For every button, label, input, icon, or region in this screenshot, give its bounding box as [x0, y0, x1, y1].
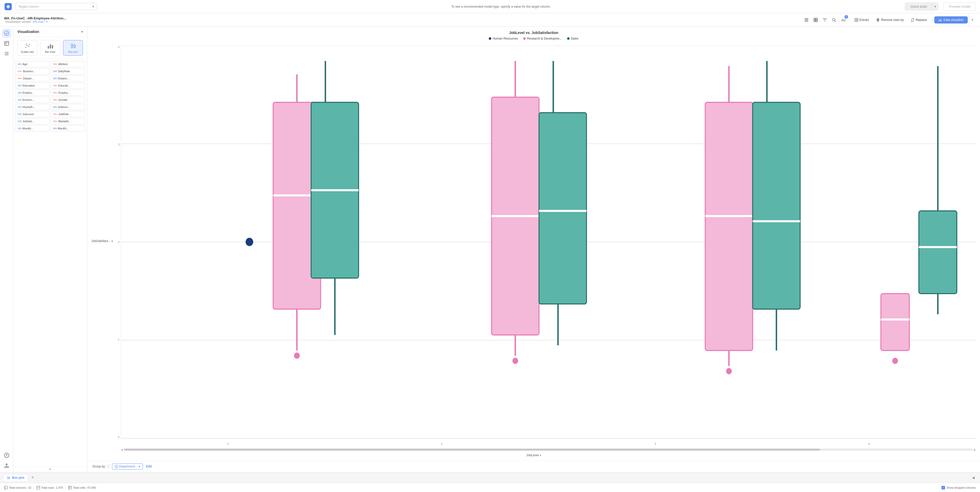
legend-sales: Sales — [567, 37, 579, 40]
col-joblevel[interactable]: 123JobLevel — [15, 111, 50, 117]
total-rows: Total rows: 1,470 — [37, 486, 63, 489]
col-gender[interactable]: AbcGender — [51, 97, 85, 103]
replace-label: Replace — [916, 18, 927, 22]
legend-label-rd: Research & Developme... — [527, 37, 562, 40]
svg-rect-70 — [881, 294, 910, 350]
bar-chart-type[interactable]: Bar chart — [40, 40, 60, 56]
col-monthly1[interactable]: 123Monthl... — [15, 125, 50, 132]
col-attrition[interactable]: AbcAttrition — [51, 61, 85, 67]
x-axis-labels: 2 1 3 4 — [121, 442, 976, 445]
total-cells: Total cells: 47,040 — [68, 486, 96, 489]
expand-left-button[interactable]: ◀ — [970, 474, 977, 481]
x-label-2: 2 — [227, 442, 229, 445]
svg-point-1 — [7, 6, 9, 7]
x-axis-label-text: JobLevel — [526, 454, 538, 457]
secondary-toolbar: WA_Fn-UseC_-HR-Employee-Attrition... Vis… — [0, 13, 980, 27]
col-business[interactable]: AbcBusines... — [15, 68, 50, 74]
svg-point-20 — [29, 44, 30, 45]
svg-rect-74 — [7, 477, 8, 479]
col-environ[interactable]: 123Environ... — [15, 97, 50, 103]
extract-button[interactable]: Extract — [852, 17, 872, 23]
cells-label: Total cells: — [73, 486, 86, 489]
preview-model-button[interactable]: Preview model — [943, 3, 976, 11]
scrollbar-thumb — [124, 449, 820, 451]
svg-rect-4 — [805, 21, 808, 21]
group-by-info-icon[interactable]: ? — [106, 465, 110, 468]
search-icon[interactable] — [830, 16, 838, 24]
svg-rect-24 — [71, 45, 73, 48]
col-employeecount[interactable]: 123Employ... — [15, 90, 50, 96]
col-education[interactable]: 123Education — [15, 83, 50, 89]
y-axis-selector[interactable]: JobSatisfact... ▾ — [91, 239, 113, 243]
col-jobrole[interactable]: AbcJobRole — [51, 111, 85, 117]
col-scroll-down[interactable]: ▼ — [13, 466, 87, 472]
group-by-chevron: ▾ — [138, 465, 140, 468]
col-jobinvolve[interactable]: 123JobInvo... — [51, 104, 85, 110]
svg-point-60 — [726, 368, 732, 374]
col-age[interactable]: 123Age — [15, 61, 50, 67]
nav-data-icon[interactable] — [2, 39, 11, 48]
nav-upload-icon[interactable] — [2, 461, 11, 470]
scrollbar-track[interactable] — [124, 449, 973, 451]
col-jobsatisfaction[interactable]: 123JobSati... — [15, 118, 50, 124]
quick-build-arrow-button[interactable]: ▾ — [932, 3, 939, 11]
quick-build-button[interactable]: Quick build — [905, 3, 932, 11]
replace-button[interactable]: Replace — [908, 17, 930, 23]
main-layout: Visualization ▾ Scatter plot — [0, 27, 980, 472]
legend-human-resources: Human Resources — [489, 37, 518, 40]
nav-help-icon[interactable] — [2, 451, 11, 460]
app-logo — [4, 3, 12, 11]
col-marital[interactable]: AbcMaritalS... — [51, 118, 85, 124]
sample-label: Visualization sample: — [5, 20, 32, 23]
col-employeenumber[interactable]: AbcEmploy... — [51, 90, 85, 96]
col-education-field[interactable]: AbcEducati... — [51, 83, 85, 89]
target-column-select[interactable]: Target column ▾ — [15, 3, 97, 10]
svg-rect-62 — [753, 102, 800, 309]
bar-chart-label: Bar chart — [45, 51, 56, 53]
svg-point-11 — [4, 31, 9, 35]
scatter-plot-type[interactable]: Scatter plot — [18, 40, 37, 56]
svg-point-17 — [27, 45, 28, 46]
nav-model-icon[interactable] — [2, 29, 11, 38]
nav-menu-icon[interactable] — [2, 49, 11, 58]
svg-point-19 — [26, 44, 27, 45]
svg-rect-84 — [68, 486, 72, 489]
legend-dot-hr — [489, 37, 491, 40]
box-plot-tab[interactable]: Box plot — [3, 474, 28, 481]
filter-icon[interactable] — [821, 16, 829, 24]
svg-point-41 — [294, 353, 300, 359]
x-scrollbar[interactable]: ◀ ▶ — [121, 448, 976, 451]
col-distance[interactable]: 123Distanc... — [51, 75, 85, 81]
col-monthly2[interactable]: 123Monthl... — [51, 125, 85, 132]
sample-value[interactable]: 100 rows — [32, 20, 44, 23]
svg-rect-80 — [4, 486, 7, 489]
grid-view-icon[interactable] — [811, 16, 820, 24]
group-by-value[interactable]: Department... ▾ — [112, 463, 143, 470]
extract-label: Extract — [859, 18, 869, 22]
svg-point-18 — [28, 46, 29, 47]
svg-rect-6 — [816, 18, 818, 20]
col-department[interactable]: AbcDepart... — [15, 75, 50, 81]
viz-panel-collapse[interactable]: ▾ — [81, 30, 83, 34]
edit-sample-icon[interactable]: ✎ — [45, 20, 48, 24]
y-tick-3: 3 — [115, 143, 119, 146]
show-dropped-checkbox[interactable] — [942, 486, 945, 489]
x-axis-selector[interactable]: JobLevel ▾ — [526, 454, 541, 457]
quick-build-group: Quick build ▾ — [905, 3, 938, 11]
svg-rect-3 — [805, 20, 808, 20]
chart-type-selector: Scatter plot Bar chart — [13, 37, 87, 59]
y-tick-0: 0 — [115, 436, 119, 439]
viz-panel: Visualization ▾ Scatter plot — [13, 27, 87, 472]
edit-group-by-button[interactable]: Edit — [146, 465, 152, 468]
remove-rows-button[interactable]: Remove rows by — [873, 17, 907, 23]
collapse-arrow[interactable]: ▾ — [969, 13, 976, 27]
list-view-icon[interactable] — [802, 16, 811, 24]
legend-dot-sales — [567, 37, 570, 40]
data-visualizer-button[interactable]: Data visualizer — [934, 16, 968, 24]
add-tab-button[interactable]: + — [29, 474, 36, 481]
col-dailyrate[interactable]: 123DailyRate — [51, 68, 85, 74]
svg-rect-8 — [816, 20, 818, 22]
box-plot-type[interactable]: Box plot — [63, 40, 83, 56]
col-hourlyrate[interactable]: 123HourlyR... — [15, 104, 50, 110]
group-by-text: Group by — [92, 465, 105, 468]
